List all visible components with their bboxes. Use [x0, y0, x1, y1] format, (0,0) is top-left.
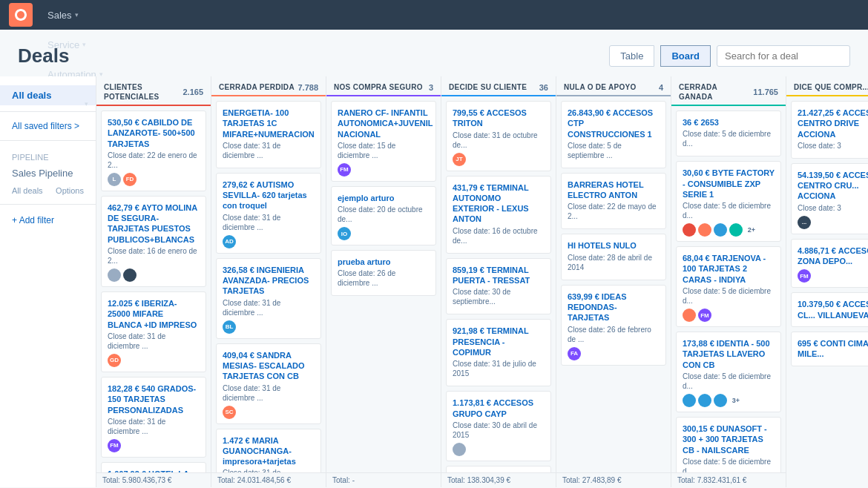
deal-close-date: Close date: 5 de septiembre ...: [568, 141, 660, 160]
hubspot-logo[interactable]: [9, 3, 33, 27]
deal-card[interactable]: 1.173,81 € ACCESOS GRUPO CAYPClose date:…: [446, 391, 551, 461]
nav-item-sales[interactable]: Sales▾: [39, 0, 125, 30]
deal-avatars: FM: [798, 269, 868, 283]
deal-amount: 12.025 € IBERIZA- 25000 MIFARE BLANCA +I…: [108, 298, 200, 330]
avatar: 3+: [729, 394, 743, 407]
deal-card[interactable]: 10.379,50 € ACCESOS CL... VILLANUEVA...: [791, 292, 868, 327]
deal-card[interactable]: 300,15 € DUNASOFT - 300 + 300 TARJETAS C…: [676, 417, 781, 472]
deal-close-date: Close date: 26 de diciembre ...: [338, 268, 430, 288]
deal-card[interactable]: prueba arturoClose date: 26 de diciembre…: [331, 250, 436, 296]
deal-amount: 1.173,81 € ACCESOS GRUPO CAYP: [453, 398, 545, 419]
avatar: FM: [338, 163, 351, 177]
deal-card[interactable]: 695 € CONTI CIMAX MILE...: [791, 332, 868, 366]
deal-card[interactable]: 173,88 € IDENTIA - 500 TARJETAS LLAVERO …: [676, 332, 781, 412]
deal-card[interactable]: 639,99 € IDEAS REDONDAS- TARJETASClose d…: [561, 285, 666, 366]
avatar: IO: [338, 227, 351, 240]
deal-card[interactable]: 326,58 € INGENIERIA AVANZADA- PRECIOS TA…: [216, 258, 321, 339]
col-title-clientes-potenciales: CLIENTES POTENCIALES: [104, 82, 180, 102]
avatar: [729, 223, 743, 237]
deal-card[interactable]: 36 € 2653Close date: 5 de diciembre d...: [676, 111, 781, 156]
deal-amount: 859,19 € TERMINAL PUERTA - TRESSAT: [453, 265, 545, 286]
deal-card[interactable]: 921,98 € TERMINAL PRESENCIA - COPIMURClo…: [446, 319, 551, 386]
deal-card[interactable]: BARRERAS HOTEL ELECTRO ANTONClose date: …: [561, 173, 666, 230]
deal-card[interactable]: 12.025 € IBERIZA- 25000 MIFARE BLANCA +I…: [101, 291, 206, 372]
deal-card[interactable]: RANERO CF- INFANTIL AUTONOMICA+JUVENIL N…: [331, 101, 436, 182]
deal-card[interactable]: 4.886,71 € ACCESOS ZONA DEPO...FM: [791, 239, 868, 288]
deal-card[interactable]: 799,55 € ACCESOS TRITONClose date: 31 de…: [446, 101, 551, 171]
sidebar-divider-2: [0, 140, 96, 141]
header-actions: Table Board: [609, 45, 850, 67]
avatar: [453, 443, 466, 456]
deal-avatars: 3+: [683, 394, 775, 407]
avatar: [698, 394, 711, 407]
deal-amount: 409,04 € SANDRA MESIAS- ESCALADO TARJETA…: [223, 350, 315, 382]
deal-card[interactable]: 1.067,93 € HOTEL LA TORRE- IMPRESORA+TAR…: [101, 462, 206, 472]
main-layout: All deals All saved filters > Pipeline S…: [0, 76, 868, 487]
sidebar-item-sales-pipeline[interactable]: Sales Pipeline: [0, 163, 96, 183]
column-header-clientes-potenciales: CLIENTES POTENCIALES 2.165: [96, 76, 211, 106]
deal-card[interactable]: 859,19 € TERMINAL PUERTA - TRESSATClose …: [446, 258, 551, 315]
col-count-decide-su-cliente: 36: [539, 83, 548, 92]
table-view-button[interactable]: Table: [609, 45, 654, 67]
deal-amount: 4.886,71 € ACCESOS ZONA DEPO...: [798, 245, 868, 267]
sidebar-add-filter[interactable]: + Add filter: [0, 211, 96, 230]
deal-amount: ENERGETIA- 100 TARJETAS 1C MIFARE+NUMERA…: [223, 108, 315, 139]
deal-card[interactable]: HI HOTELS NULOClose date: 28 de abril de…: [561, 234, 666, 280]
col-count-nula-o-de-apoyo: 4: [659, 83, 663, 92]
deal-close-date: Close date: 5 de diciembre d...: [683, 129, 775, 148]
deal-card[interactable]: 462,79 € AYTO MOLINA DE SEGURA- TARJETAS…: [101, 196, 206, 287]
deal-close-date: Close date: 31 de diciembre ...: [223, 298, 315, 317]
deal-card[interactable]: 30,60 € BYTE FACTORY - CONSUMIBLE ZXP SE…: [676, 161, 781, 242]
deal-card[interactable]: 279,62 € AUTISMO SEVILLA- 620 tarjetas c…: [216, 173, 321, 254]
deal-close-date: Close date: 31 de octubre de...: [453, 131, 545, 150]
sidebar: All deals All saved filters > Pipeline S…: [0, 76, 96, 487]
deal-amount: HI HOTELS NULO: [568, 240, 660, 251]
deal-amount: 300,15 € DUNASOFT - 300 + 300 TARJETAS C…: [683, 423, 775, 455]
deal-card[interactable]: 530,50 € CABILDO DE LANZAROTE- 500+500 T…: [101, 111, 206, 191]
nav-chevron-reports: ▾: [85, 100, 88, 108]
column-footer-cerrada-ganada: Total: 7.832.431,61 €: [671, 472, 786, 487]
sidebar-all-saved-filters[interactable]: All saved filters >: [0, 118, 96, 134]
sidebar-pipeline-label: Pipeline: [0, 147, 96, 163]
deal-amount: 30,60 € BYTE FACTORY - CONSUMIBLE ZXP SE…: [683, 168, 775, 200]
deal-amount: 1.472 € MARIA GUANOCHANGA- impresora+tar…: [223, 435, 315, 467]
deal-card[interactable]: 2.563,60 € TARJETAS CANARITECH 2015: [446, 466, 551, 472]
avatar: JT: [453, 153, 466, 166]
nav-chevron-service: ▾: [82, 41, 86, 48]
deal-amount: 326,58 € INGENIERIA AVANZADA- PRECIOS TA…: [223, 265, 315, 297]
deal-close-date: Close date: 30 de septiembre...: [453, 287, 545, 306]
deal-avatars: FM: [338, 163, 430, 177]
deal-close-date: Close date: 26 de febrero de ...: [568, 325, 660, 344]
deal-card[interactable]: 26.843,90 € ACCESOS CTP CONSTRUCCIONES 1…: [561, 101, 666, 168]
deal-card[interactable]: 182,28 € 540 GRADOS- 150 TARJETAS PERSON…: [101, 377, 206, 458]
deal-avatars: BL: [223, 320, 315, 334]
deal-amount: 26.843,90 € ACCESOS CTP CONSTRUCCIONES 1: [568, 108, 660, 139]
deal-card[interactable]: 431,79 € TERMINAL AUTONOMO EXTERIOR - LE…: [446, 176, 551, 254]
column-cards-nos-compra-seguro: RANERO CF- INFANTIL AUTONOMICA+JUVENIL N…: [326, 96, 441, 472]
deal-card[interactable]: ENERGETIA- 100 TARJETAS 1C MIFARE+NUMERA…: [216, 101, 321, 168]
search-input[interactable]: [717, 45, 850, 67]
board-container: CLIENTES POTENCIALES 2.165 530,50 € CABI…: [96, 76, 868, 487]
deal-card[interactable]: 409,04 € SANDRA MESIAS- ESCALADO TARJETA…: [216, 343, 321, 424]
deal-amount: prueba arturo: [338, 257, 430, 267]
col-title-nos-compra-seguro: NOS COMPRA SEGURO: [334, 82, 423, 92]
deal-card[interactable]: ejemplo arturoClose date: 20 de octubre …: [331, 186, 436, 245]
deal-amount: RANERO CF- INFANTIL AUTONOMICA+JUVENIL N…: [338, 108, 430, 139]
avatar: GD: [108, 354, 121, 367]
deal-close-date: Close date: 20 de octubre de...: [338, 205, 430, 224]
deal-close-date: Close date: 5 de diciembre d...: [683, 372, 775, 391]
deal-card[interactable]: 54.139,50 € ACCESOS CENTRO CRU... ACCION…: [791, 163, 868, 234]
board-view-button[interactable]: Board: [660, 45, 711, 67]
deal-card[interactable]: 68,04 € TARJENOVA - 100 TARJETAS 2 CARAS…: [676, 246, 781, 327]
sidebar-all-deals-option: All deals Options: [0, 183, 96, 198]
deal-card[interactable]: 1.472 € MARIA GUANOCHANGA- impresora+tar…: [216, 429, 321, 472]
avatar: [683, 394, 696, 407]
column-cards-clientes-potenciales: 530,50 € CABILDO DE LANZAROTE- 500+500 T…: [96, 106, 211, 472]
col-title-nula-o-de-apoyo: NULA O DE APOYO: [564, 82, 637, 92]
deal-close-date: Close date: 22 de enero de 2...: [108, 151, 200, 170]
column-cards-nula-o-de-apoyo: 26.843,90 € ACCESOS CTP CONSTRUCCIONES 1…: [556, 96, 671, 472]
sidebar-item-all-deals[interactable]: All deals: [0, 85, 96, 105]
column-cards-cerrada-ganada: 36 € 2653Close date: 5 de diciembre d...…: [671, 106, 786, 472]
deal-card[interactable]: 21.427,25 € ACCESOS CENTRO DRIVE ACCIONA…: [791, 101, 868, 159]
deal-close-date: Close date: 28 de abril de 2014: [568, 253, 660, 272]
